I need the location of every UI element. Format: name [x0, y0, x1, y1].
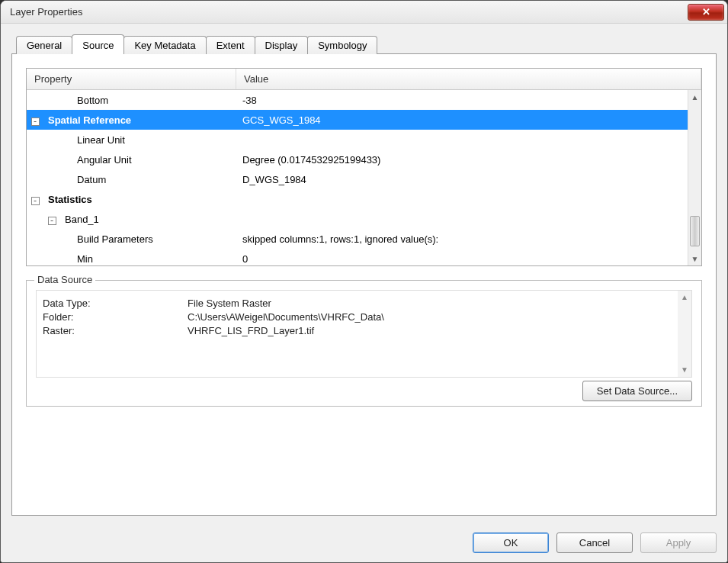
grid-scrollbar[interactable]: ▲ ▼: [688, 90, 701, 265]
tab-extent[interactable]: Extent: [206, 36, 255, 54]
prop-value: GCS_WGS_1984: [236, 114, 701, 126]
scroll-up-icon[interactable]: ▲: [688, 90, 701, 104]
prop-value: 0: [236, 253, 701, 265]
prop-value: skipped columns:1, rows:1, ignored value…: [236, 233, 701, 245]
expand-toggle[interactable]: -: [27, 114, 43, 126]
prop-label: Band_1: [60, 214, 236, 225]
row-datum[interactable]: Datum D_WGS_1984: [27, 169, 701, 189]
dialog-body: General Source Key Metadata Extent Displ…: [1, 24, 727, 523]
ds-value: C:\Users\AWeigel\Documents\VHRFC_Data\: [188, 310, 384, 324]
tab-list: General Source Key Metadata Extent Displ…: [16, 34, 717, 54]
titlebar: Layer Properties ✕: [1, 1, 727, 24]
row-statistics[interactable]: - Statistics: [27, 189, 701, 209]
ds-key: Folder:: [43, 310, 188, 324]
close-icon: ✕: [702, 6, 710, 18]
row-bottom[interactable]: Bottom -38: [27, 90, 701, 110]
data-source-group: Data Source Data Type: File System Raste…: [26, 280, 702, 407]
prop-label: Linear Unit: [27, 134, 236, 146]
tab-display[interactable]: Display: [255, 36, 309, 54]
ds-value: File System Raster: [188, 297, 271, 310]
tab-source-panel: Property Value Bottom -38 - Spatial Refe…: [11, 53, 717, 516]
prop-label: Build Parameters: [27, 233, 236, 245]
row-angular-unit[interactable]: Angular Unit Degree (0.0174532925199433): [27, 150, 701, 169]
tab-source[interactable]: Source: [72, 34, 124, 54]
cancel-button[interactable]: Cancel: [556, 532, 633, 553]
prop-label: Min: [27, 253, 236, 265]
col-property[interactable]: Property: [27, 69, 236, 89]
set-data-source-button[interactable]: Set Data Source...: [582, 381, 692, 401]
close-button[interactable]: ✕: [688, 4, 724, 21]
scroll-thumb[interactable]: [690, 216, 700, 246]
dialog-footer: OK Cancel Apply: [1, 523, 727, 562]
tab-general[interactable]: General: [16, 36, 72, 54]
expand-toggle[interactable]: -: [27, 194, 43, 205]
prop-value: Degree (0.0174532925199433): [236, 154, 701, 166]
grid-header: Property Value: [27, 69, 701, 90]
scroll-down-icon[interactable]: ▼: [688, 252, 701, 265]
window-title: Layer Properties: [10, 6, 688, 18]
ds-value: VHRFC_LIS_FRD_Layer1.tif: [188, 324, 314, 338]
ds-key: Raster:: [43, 324, 188, 338]
row-build-parameters[interactable]: Build Parameters skipped columns:1, rows…: [27, 229, 701, 249]
prop-label: Datum: [27, 174, 236, 185]
data-source-text[interactable]: Data Type: File System Raster Folder: C:…: [36, 290, 692, 378]
row-linear-unit[interactable]: Linear Unit: [27, 130, 701, 150]
prop-label: Bottom: [27, 95, 236, 106]
prop-label: Angular Unit: [27, 154, 236, 166]
prop-value: D_WGS_1984: [236, 174, 701, 185]
data-source-legend: Data Source: [34, 274, 95, 285]
ds-key: Data Type:: [43, 297, 188, 310]
prop-label: Spatial Reference: [43, 114, 236, 126]
ok-button[interactable]: OK: [473, 532, 549, 553]
ds-folder-row: Folder: C:\Users\AWeigel\Documents\VHRFC…: [43, 310, 685, 324]
ds-scrollbar[interactable]: ▲ ▼: [678, 291, 691, 377]
prop-label: Statistics: [43, 194, 236, 205]
tab-symbology[interactable]: Symbology: [307, 36, 377, 54]
apply-button[interactable]: Apply: [640, 532, 717, 553]
property-grid: Property Value Bottom -38 - Spatial Refe…: [26, 68, 702, 266]
row-band-1[interactable]: - Band_1: [27, 209, 701, 229]
expand-toggle[interactable]: -: [43, 214, 60, 225]
row-spatial-reference[interactable]: - Spatial Reference GCS_WGS_1984: [27, 110, 701, 130]
layer-properties-window: Layer Properties ✕ General Source Key Me…: [0, 0, 728, 563]
row-min[interactable]: Min 0: [27, 249, 701, 265]
tab-key-metadata[interactable]: Key Metadata: [123, 36, 206, 54]
grid-body: Bottom -38 - Spatial Reference GCS_WGS_1…: [27, 90, 701, 265]
ds-datatype-row: Data Type: File System Raster: [43, 297, 685, 310]
prop-value: -38: [236, 95, 701, 106]
ds-raster-row: Raster: VHRFC_LIS_FRD_Layer1.tif: [43, 324, 685, 338]
col-value[interactable]: Value: [236, 69, 701, 89]
scroll-up-icon[interactable]: ▲: [678, 291, 691, 304]
scroll-down-icon[interactable]: ▼: [678, 363, 691, 377]
